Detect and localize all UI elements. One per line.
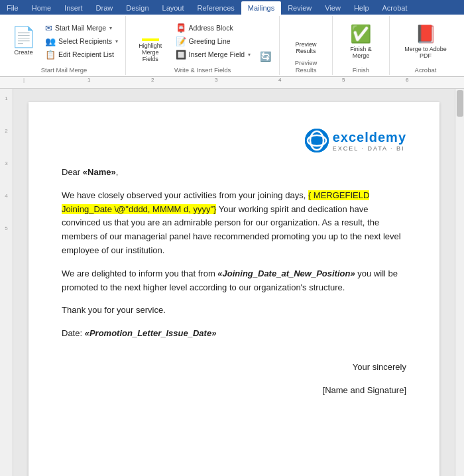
salutation-para: Dear «Name»,	[62, 166, 406, 180]
address-block-btn[interactable]: 📮 Address Block	[172, 22, 255, 34]
logo-text: exceldemy EXCEL · DATA · BI	[333, 130, 406, 152]
merge-pdf-label: Merge to Adobe PDF	[398, 46, 453, 59]
preview-content: ABC PreviewResults	[285, 17, 327, 58]
pdf-icon: 📕	[415, 24, 436, 44]
match-fields-btn[interactable]: ⇄	[255, 34, 275, 48]
start-merge-icon: ✉	[45, 23, 52, 33]
scrollbar[interactable]	[455, 89, 464, 476]
finish-merge-icon: ✅	[350, 24, 371, 44]
margin-mark-1: 1	[5, 95, 7, 101]
create-button[interactable]: 📄 Create	[7, 25, 40, 58]
highlight-bar	[142, 38, 159, 41]
document-area: exceldemy EXCEL · DATA · BI Dear «Name»,…	[13, 89, 455, 476]
para1: We have closely observed your activities…	[62, 189, 406, 258]
update-labels-btn[interactable]: 🔄	[255, 49, 275, 64]
thank-you-para: Thank you for your service.	[62, 304, 406, 318]
logo-box: exceldemy EXCEL · DATA · BI	[305, 129, 406, 152]
highlight-label: HighlightMerge Fields	[135, 42, 166, 62]
start-merge-label: Start Mail Merge	[55, 24, 106, 32]
highlight-icon: 🖊	[142, 20, 159, 37]
preview-group-label: Preview Results	[284, 58, 328, 74]
tab-home[interactable]: Home	[25, 1, 58, 15]
start-mail-merge-content: 📄 Create ✉ Start Mail Merge ▾ 👥 Select R…	[7, 17, 121, 65]
tab-help[interactable]: Help	[347, 1, 376, 15]
margin-mark-2: 2	[5, 128, 7, 134]
ruler-mark-6: 6	[406, 77, 408, 83]
tab-insert[interactable]: Insert	[58, 1, 89, 15]
write-insert-extra-btns: ≡ ⇄ 🔄	[255, 19, 275, 64]
greeting-line-icon: 📝	[176, 36, 186, 46]
name-field: «Name»	[83, 167, 116, 177]
margin-mark-4: 4	[5, 193, 7, 199]
ribbon: File Home Insert Draw Design Layout Refe…	[0, 0, 464, 77]
logo-icon	[305, 129, 329, 152]
para1-before: We have closely observed your activities…	[62, 190, 308, 200]
merge-to-pdf-button[interactable]: 📕 Merge to Adobe PDF	[394, 21, 457, 62]
write-insert-content: 🖊 HighlightMerge Fields 📮 Address Block …	[130, 17, 275, 65]
create-icon: 📄	[11, 27, 36, 47]
tab-file[interactable]: File	[0, 1, 25, 15]
scrollbar-track	[455, 89, 464, 476]
start-merge-arrow: ▾	[109, 25, 112, 31]
select-recipients-btn[interactable]: 👥 Select Recipients ▾	[42, 35, 121, 48]
highlight-merge-fields-button[interactable]: 🖊 HighlightMerge Fields	[130, 17, 170, 65]
para2-before: We are delighted to inform you that from	[62, 268, 217, 278]
finish-merge-button[interactable]: ✅ Finish & Merge	[337, 21, 385, 62]
closing-para: Your sincerely	[62, 361, 406, 375]
ruler-mark-2: 2	[151, 77, 154, 83]
group-start-mail-merge: 📄 Create ✉ Start Mail Merge ▾ 👥 Select R…	[3, 16, 126, 75]
start-mail-merge-btns: ✉ Start Mail Merge ▾ 👥 Select Recipients…	[42, 22, 121, 61]
svg-point-0	[305, 129, 329, 152]
preview-label: PreviewResults	[296, 41, 317, 54]
ruler-mark-1: 1	[87, 77, 90, 83]
insert-merge-field-btn[interactable]: 🔲 Insert Merge Field ▾	[172, 48, 255, 61]
preview-results-button[interactable]: ABC PreviewResults	[285, 19, 327, 57]
date-para: Date: «Promotion_Letter_Issue_Date»	[62, 327, 406, 341]
margin-mark-3: 3	[5, 160, 7, 166]
finish-merge-label: Finish & Merge	[341, 46, 380, 59]
address-block-icon: 📮	[176, 23, 186, 33]
rules-icon: ≡	[262, 21, 268, 31]
greeting-line-label: Greeting Line	[189, 37, 231, 45]
update-labels-icon: 🔄	[260, 51, 271, 62]
signature-para: [Name and Signature]	[62, 384, 406, 398]
rules-btn[interactable]: ≡	[255, 19, 275, 33]
para2: We are delighted to inform you that from…	[62, 267, 406, 295]
preview-icon: ABC	[290, 21, 322, 40]
logo-sub-text: EXCEL · DATA · BI	[333, 145, 406, 152]
logo-main-text: exceldemy	[333, 130, 406, 145]
match-fields-icon: ⇄	[261, 36, 269, 46]
ribbon-tab-bar: File Home Insert Draw Design Layout Refe…	[0, 0, 464, 15]
select-recipients-label: Select Recipients	[58, 37, 112, 45]
tab-view[interactable]: View	[318, 1, 347, 15]
start-mail-merge-btn[interactable]: ✉ Start Mail Merge ▾	[42, 22, 121, 34]
start-mail-merge-group-label: Start Mail Merge	[41, 65, 87, 74]
acrobat-group-label: Acrobat	[415, 65, 437, 74]
tab-design[interactable]: Design	[119, 1, 155, 15]
ruler-mark-5: 5	[342, 77, 345, 83]
recipients-arrow: ▾	[115, 38, 118, 44]
tab-layout[interactable]: Layout	[156, 1, 191, 15]
tab-review[interactable]: Review	[281, 1, 318, 15]
group-acrobat: 📕 Merge to Adobe PDF Acrobat	[390, 16, 461, 75]
date-label: Date:	[62, 328, 85, 338]
tab-draw[interactable]: Draw	[89, 1, 120, 15]
ruler-mark-4: 4	[278, 77, 281, 83]
group-preview: ABC PreviewResults Preview Results	[280, 16, 333, 75]
logo-area: exceldemy EXCEL · DATA · BI	[62, 129, 406, 152]
write-insert-group-label: Write & Insert Fields	[174, 65, 231, 74]
tab-references[interactable]: References	[191, 1, 241, 15]
write-insert-right-btns: 📮 Address Block 📝 Greeting Line 🔲 Insert…	[172, 22, 255, 61]
document-page[interactable]: exceldemy EXCEL · DATA · BI Dear «Name»,…	[29, 102, 439, 476]
tab-acrobat[interactable]: Acrobat	[376, 1, 414, 15]
finish-content: ✅ Finish & Merge	[337, 17, 385, 65]
main-area: 1 2 3 4 5 exceldemy	[0, 89, 464, 476]
margin-mark-5: 5	[5, 225, 7, 231]
finish-group-label: Finish	[353, 65, 369, 74]
scrollbar-thumb[interactable]	[457, 90, 463, 117]
address-block-label: Address Block	[189, 24, 233, 32]
greeting-line-btn[interactable]: 📝 Greeting Line	[172, 35, 255, 48]
tab-mailings[interactable]: Mailings	[241, 1, 281, 15]
group-finish: ✅ Finish & Merge Finish	[333, 16, 390, 75]
edit-recipients-btn[interactable]: 📋 Edit Recipient List	[42, 48, 121, 61]
